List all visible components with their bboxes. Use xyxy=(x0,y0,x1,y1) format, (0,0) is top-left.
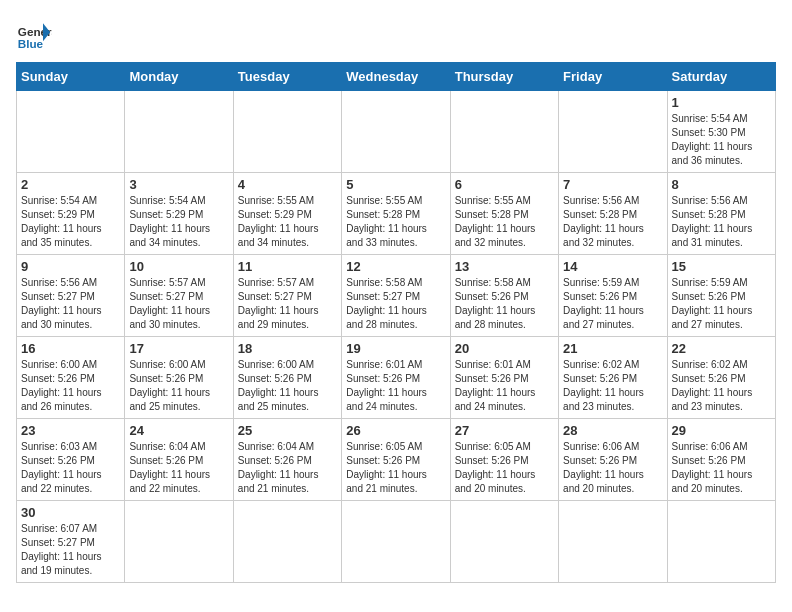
calendar-week-row: 9Sunrise: 5:56 AM Sunset: 5:27 PM Daylig… xyxy=(17,255,776,337)
calendar-cell: 7Sunrise: 5:56 AM Sunset: 5:28 PM Daylig… xyxy=(559,173,667,255)
calendar-cell: 13Sunrise: 5:58 AM Sunset: 5:26 PM Dayli… xyxy=(450,255,558,337)
day-info: Sunrise: 5:56 AM Sunset: 5:28 PM Dayligh… xyxy=(563,194,662,250)
calendar-cell: 6Sunrise: 5:55 AM Sunset: 5:28 PM Daylig… xyxy=(450,173,558,255)
day-number: 20 xyxy=(455,341,554,356)
day-info: Sunrise: 5:59 AM Sunset: 5:26 PM Dayligh… xyxy=(563,276,662,332)
weekday-header: Sunday xyxy=(17,63,125,91)
calendar-cell: 12Sunrise: 5:58 AM Sunset: 5:27 PM Dayli… xyxy=(342,255,450,337)
weekday-row: SundayMondayTuesdayWednesdayThursdayFrid… xyxy=(17,63,776,91)
day-info: Sunrise: 6:06 AM Sunset: 5:26 PM Dayligh… xyxy=(672,440,771,496)
day-info: Sunrise: 5:54 AM Sunset: 5:29 PM Dayligh… xyxy=(129,194,228,250)
day-info: Sunrise: 5:56 AM Sunset: 5:28 PM Dayligh… xyxy=(672,194,771,250)
calendar-cell: 24Sunrise: 6:04 AM Sunset: 5:26 PM Dayli… xyxy=(125,419,233,501)
day-number: 13 xyxy=(455,259,554,274)
day-number: 11 xyxy=(238,259,337,274)
calendar-body: 1Sunrise: 5:54 AM Sunset: 5:30 PM Daylig… xyxy=(17,91,776,583)
day-info: Sunrise: 5:57 AM Sunset: 5:27 PM Dayligh… xyxy=(129,276,228,332)
calendar: SundayMondayTuesdayWednesdayThursdayFrid… xyxy=(16,62,776,583)
day-number: 7 xyxy=(563,177,662,192)
weekday-header: Friday xyxy=(559,63,667,91)
calendar-cell xyxy=(17,91,125,173)
calendar-cell xyxy=(125,91,233,173)
day-number: 21 xyxy=(563,341,662,356)
day-number: 16 xyxy=(21,341,120,356)
calendar-cell xyxy=(559,501,667,583)
calendar-cell: 26Sunrise: 6:05 AM Sunset: 5:26 PM Dayli… xyxy=(342,419,450,501)
day-info: Sunrise: 6:05 AM Sunset: 5:26 PM Dayligh… xyxy=(346,440,445,496)
day-number: 12 xyxy=(346,259,445,274)
day-info: Sunrise: 6:04 AM Sunset: 5:26 PM Dayligh… xyxy=(129,440,228,496)
calendar-cell: 23Sunrise: 6:03 AM Sunset: 5:26 PM Dayli… xyxy=(17,419,125,501)
calendar-cell: 8Sunrise: 5:56 AM Sunset: 5:28 PM Daylig… xyxy=(667,173,775,255)
calendar-cell: 22Sunrise: 6:02 AM Sunset: 5:26 PM Dayli… xyxy=(667,337,775,419)
day-info: Sunrise: 6:01 AM Sunset: 5:26 PM Dayligh… xyxy=(346,358,445,414)
day-number: 18 xyxy=(238,341,337,356)
day-number: 28 xyxy=(563,423,662,438)
day-info: Sunrise: 6:00 AM Sunset: 5:26 PM Dayligh… xyxy=(21,358,120,414)
day-info: Sunrise: 6:00 AM Sunset: 5:26 PM Dayligh… xyxy=(129,358,228,414)
day-number: 17 xyxy=(129,341,228,356)
weekday-header: Saturday xyxy=(667,63,775,91)
day-number: 26 xyxy=(346,423,445,438)
day-number: 22 xyxy=(672,341,771,356)
calendar-cell: 2Sunrise: 5:54 AM Sunset: 5:29 PM Daylig… xyxy=(17,173,125,255)
logo: General Blue xyxy=(16,16,58,52)
day-info: Sunrise: 6:05 AM Sunset: 5:26 PM Dayligh… xyxy=(455,440,554,496)
day-info: Sunrise: 6:06 AM Sunset: 5:26 PM Dayligh… xyxy=(563,440,662,496)
calendar-cell: 27Sunrise: 6:05 AM Sunset: 5:26 PM Dayli… xyxy=(450,419,558,501)
weekday-header: Thursday xyxy=(450,63,558,91)
calendar-cell: 1Sunrise: 5:54 AM Sunset: 5:30 PM Daylig… xyxy=(667,91,775,173)
weekday-header: Wednesday xyxy=(342,63,450,91)
calendar-cell: 5Sunrise: 5:55 AM Sunset: 5:28 PM Daylig… xyxy=(342,173,450,255)
calendar-week-row: 30Sunrise: 6:07 AM Sunset: 5:27 PM Dayli… xyxy=(17,501,776,583)
day-info: Sunrise: 6:02 AM Sunset: 5:26 PM Dayligh… xyxy=(672,358,771,414)
calendar-cell: 19Sunrise: 6:01 AM Sunset: 5:26 PM Dayli… xyxy=(342,337,450,419)
calendar-cell: 25Sunrise: 6:04 AM Sunset: 5:26 PM Dayli… xyxy=(233,419,341,501)
calendar-cell xyxy=(342,501,450,583)
calendar-cell: 4Sunrise: 5:55 AM Sunset: 5:29 PM Daylig… xyxy=(233,173,341,255)
day-info: Sunrise: 6:03 AM Sunset: 5:26 PM Dayligh… xyxy=(21,440,120,496)
day-number: 5 xyxy=(346,177,445,192)
day-number: 29 xyxy=(672,423,771,438)
calendar-week-row: 2Sunrise: 5:54 AM Sunset: 5:29 PM Daylig… xyxy=(17,173,776,255)
calendar-cell: 11Sunrise: 5:57 AM Sunset: 5:27 PM Dayli… xyxy=(233,255,341,337)
calendar-week-row: 1Sunrise: 5:54 AM Sunset: 5:30 PM Daylig… xyxy=(17,91,776,173)
day-number: 15 xyxy=(672,259,771,274)
day-info: Sunrise: 6:07 AM Sunset: 5:27 PM Dayligh… xyxy=(21,522,120,578)
calendar-cell xyxy=(667,501,775,583)
page-header: General Blue xyxy=(16,16,776,52)
day-info: Sunrise: 5:59 AM Sunset: 5:26 PM Dayligh… xyxy=(672,276,771,332)
calendar-cell: 21Sunrise: 6:02 AM Sunset: 5:26 PM Dayli… xyxy=(559,337,667,419)
calendar-week-row: 23Sunrise: 6:03 AM Sunset: 5:26 PM Dayli… xyxy=(17,419,776,501)
day-info: Sunrise: 5:57 AM Sunset: 5:27 PM Dayligh… xyxy=(238,276,337,332)
day-number: 10 xyxy=(129,259,228,274)
calendar-cell xyxy=(125,501,233,583)
calendar-cell: 20Sunrise: 6:01 AM Sunset: 5:26 PM Dayli… xyxy=(450,337,558,419)
logo-icon: General Blue xyxy=(16,16,52,52)
calendar-cell: 3Sunrise: 5:54 AM Sunset: 5:29 PM Daylig… xyxy=(125,173,233,255)
calendar-cell: 16Sunrise: 6:00 AM Sunset: 5:26 PM Dayli… xyxy=(17,337,125,419)
calendar-cell xyxy=(233,501,341,583)
day-info: Sunrise: 5:54 AM Sunset: 5:29 PM Dayligh… xyxy=(21,194,120,250)
calendar-cell xyxy=(450,501,558,583)
day-info: Sunrise: 6:00 AM Sunset: 5:26 PM Dayligh… xyxy=(238,358,337,414)
day-info: Sunrise: 6:04 AM Sunset: 5:26 PM Dayligh… xyxy=(238,440,337,496)
day-number: 30 xyxy=(21,505,120,520)
day-number: 14 xyxy=(563,259,662,274)
day-number: 6 xyxy=(455,177,554,192)
weekday-header: Tuesday xyxy=(233,63,341,91)
calendar-cell xyxy=(342,91,450,173)
day-info: Sunrise: 5:55 AM Sunset: 5:29 PM Dayligh… xyxy=(238,194,337,250)
calendar-cell: 17Sunrise: 6:00 AM Sunset: 5:26 PM Dayli… xyxy=(125,337,233,419)
calendar-cell xyxy=(233,91,341,173)
day-info: Sunrise: 6:02 AM Sunset: 5:26 PM Dayligh… xyxy=(563,358,662,414)
day-number: 3 xyxy=(129,177,228,192)
weekday-header: Monday xyxy=(125,63,233,91)
calendar-cell: 10Sunrise: 5:57 AM Sunset: 5:27 PM Dayli… xyxy=(125,255,233,337)
calendar-cell xyxy=(450,91,558,173)
day-number: 23 xyxy=(21,423,120,438)
day-number: 27 xyxy=(455,423,554,438)
day-info: Sunrise: 5:54 AM Sunset: 5:30 PM Dayligh… xyxy=(672,112,771,168)
calendar-cell xyxy=(559,91,667,173)
calendar-header: SundayMondayTuesdayWednesdayThursdayFrid… xyxy=(17,63,776,91)
